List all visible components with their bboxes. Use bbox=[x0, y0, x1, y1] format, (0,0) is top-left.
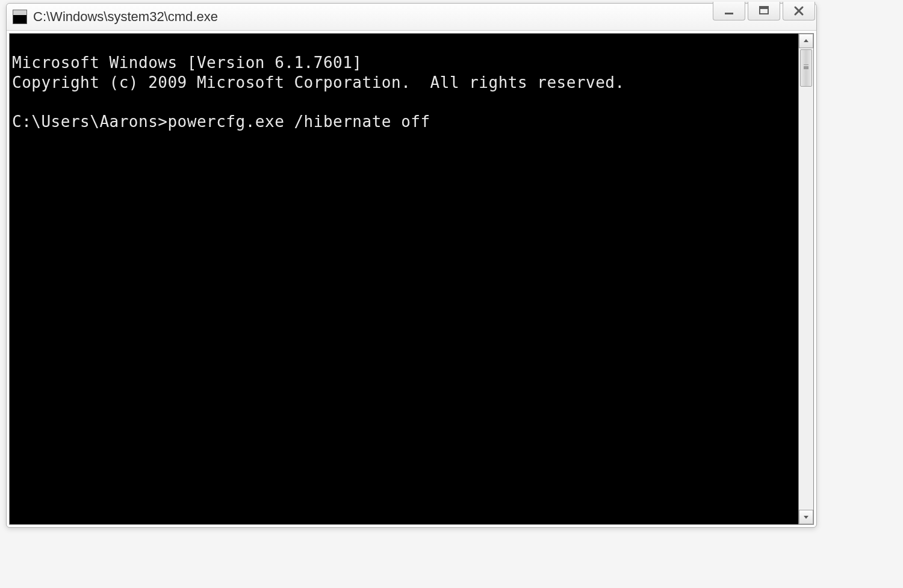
minimize-icon bbox=[724, 5, 734, 16]
chevron-down-icon bbox=[803, 514, 809, 520]
minimize-button[interactable] bbox=[713, 2, 745, 20]
title-bar[interactable]: C:\Windows\system32\cmd.exe bbox=[7, 4, 816, 31]
console-output[interactable]: Microsoft Windows [Version 6.1.7601] Cop… bbox=[10, 49, 798, 509]
svg-rect-0 bbox=[725, 13, 733, 14]
maximize-button[interactable] bbox=[748, 2, 780, 20]
window-title: C:\Windows\system32\cmd.exe bbox=[33, 9, 218, 25]
vertical-scrollbar[interactable] bbox=[798, 34, 813, 524]
scroll-down-button[interactable] bbox=[799, 510, 813, 524]
cmd-app-icon bbox=[13, 10, 27, 24]
close-icon bbox=[793, 5, 804, 16]
scrollbar-thumb[interactable] bbox=[800, 49, 812, 87]
window-control-buttons bbox=[713, 2, 815, 20]
chevron-up-icon bbox=[803, 38, 809, 44]
console-client-area: Microsoft Windows [Version 6.1.7601] Cop… bbox=[9, 33, 814, 525]
svg-rect-2 bbox=[760, 7, 768, 9]
maximize-icon bbox=[759, 5, 769, 16]
scrollbar-track[interactable] bbox=[799, 48, 813, 510]
close-button[interactable] bbox=[783, 2, 815, 20]
scroll-up-button[interactable] bbox=[799, 34, 813, 48]
cmd-window: C:\Windows\system32\cmd.exe Microsoft bbox=[6, 3, 817, 528]
